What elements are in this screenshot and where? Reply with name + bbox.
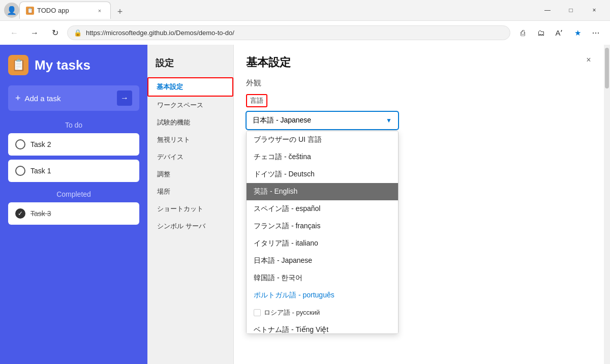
active-tab[interactable]: 📋 TODO app ×	[19, 2, 111, 19]
completed-circle: ✓	[15, 208, 25, 219]
task-label: Task 2	[30, 140, 51, 148]
tab-close-button[interactable]: ×	[95, 6, 104, 15]
settings-page-title: 基本設定	[246, 55, 592, 70]
dropdown-item-it[interactable]: イタリア語 - italiano	[247, 235, 398, 252]
settings-area: 設定 基本設定 ワークスペース 試験的機能 無視リスト デバイス 調整 場所	[147, 45, 610, 364]
restore-button[interactable]: □	[559, 0, 583, 20]
task-circle	[15, 166, 25, 176]
title-bar: 👤 📋 TODO app × + — □ ×	[0, 0, 610, 20]
dropdown-item-pt[interactable]: ポルトガル語 - português	[247, 287, 398, 304]
settings-content: × 基本設定 外観 言語 日本語 - Japanese ▼ ブラウザーの UI …	[234, 45, 604, 364]
settings-nav-item-symbol[interactable]: シンボル サーバ	[147, 218, 233, 235]
minimize-button[interactable]: —	[536, 0, 559, 20]
favorite-button[interactable]: ★	[569, 25, 586, 41]
tab-title: TODO app	[37, 7, 92, 14]
refresh-button[interactable]: ↻	[47, 25, 63, 41]
dropdown-item-ja[interactable]: 日本語 - Japanese	[247, 252, 398, 269]
language-label: 言語	[246, 94, 267, 107]
dropdown-item-ko[interactable]: 韓国語 - 한국어	[247, 269, 398, 287]
app-header: 📋 My tasks	[8, 55, 139, 75]
tab-favicon: 📋	[26, 7, 34, 15]
add-task-text: Add a task	[25, 94, 113, 103]
back-button[interactable]: ←	[6, 25, 22, 41]
settings-nav-item-adjustment[interactable]: 調整	[147, 166, 233, 183]
completed-section-label: Completed	[8, 190, 139, 198]
tab-bar: 📋 TODO app × +	[19, 2, 536, 19]
task-circle	[15, 139, 25, 149]
settings-nav-item-workspace[interactable]: ワークスペース	[147, 97, 233, 114]
settings-close-button[interactable]: ×	[582, 53, 596, 67]
settings-panel-title: 設定	[147, 53, 233, 77]
dropdown-item-cs[interactable]: チェコ語 - čeština	[247, 148, 398, 166]
task-item-task1[interactable]: Task 1	[8, 160, 139, 182]
language-dropdown[interactable]: 日本語 - Japanese ▼ ブラウザーの UI 言語 チェコ語 - češ…	[246, 111, 399, 130]
lock-icon: 🔒	[74, 29, 82, 37]
settings-nav-item-experimental[interactable]: 試験的機能	[147, 114, 233, 131]
selected-language-text: 日本語 - Japanese	[253, 116, 311, 125]
new-tab-button[interactable]: +	[113, 5, 127, 19]
add-task-plus-icon: +	[15, 93, 21, 104]
window-controls: — □ ×	[536, 0, 606, 20]
settings-nav-item-ignore[interactable]: 無視リスト	[147, 131, 233, 148]
dropdown-list: ブラウザーの UI 言語 チェコ語 - čeština ドイツ語 - Deuts…	[246, 131, 399, 334]
url-bar[interactable]: 🔒 https://microsoftedge.github.io/Demos/…	[67, 25, 510, 40]
task-item-task2[interactable]: Task 2	[8, 133, 139, 156]
address-bar: ← → ↻ 🔒 https://microsoftedge.github.io/…	[0, 20, 610, 45]
close-button[interactable]: ×	[583, 0, 606, 20]
url-text: https://microsoftedge.github.io/Demos/de…	[86, 29, 504, 37]
settings-nav: 設定 基本設定 ワークスペース 試験的機能 無視リスト デバイス 調整 場所	[147, 45, 234, 364]
forward-button[interactable]: →	[26, 25, 43, 41]
settings-scrollbar[interactable]	[604, 45, 610, 364]
dropdown-selected[interactable]: 日本語 - Japanese ▼	[246, 111, 399, 130]
dropdown-item-ru[interactable]: ロシア語 - русский	[247, 304, 398, 321]
dropdown-item-en[interactable]: 英語 - English	[247, 183, 398, 200]
settings-nav-item-location[interactable]: 場所	[147, 183, 233, 200]
app-title: My tasks	[35, 57, 90, 73]
scrollbar-thumb[interactable]	[605, 48, 609, 88]
settings-nav-item-device[interactable]: デバイス	[147, 148, 233, 166]
add-task-arrow[interactable]: →	[117, 90, 132, 106]
more-button[interactable]: ···	[588, 25, 604, 41]
app-icon: 📋	[8, 55, 28, 75]
settings-nav-item-shortcuts[interactable]: ショートカット	[147, 200, 233, 218]
reader-button[interactable]: Aʼ	[551, 25, 567, 41]
main-content: 📋 My tasks + Add a task → To do Task 2 T…	[0, 45, 610, 364]
browser-chrome: 👤 📋 TODO app × + — □ × ← → ↻ 🔒 https://m…	[0, 0, 610, 45]
dropdown-item-vi[interactable]: ベトナム語 - Tiếng Việt	[247, 321, 398, 334]
task-label: Task 3	[30, 209, 51, 218]
dropdown-item-de[interactable]: ドイツ語 - Deutsch	[247, 166, 398, 183]
dropdown-item-es[interactable]: スペイン語 - español	[247, 200, 398, 218]
share-button[interactable]: ⎙	[514, 25, 531, 41]
dropdown-item-browser-ui[interactable]: ブラウザーの UI 言語	[247, 131, 398, 148]
task-label: Task 1	[30, 167, 51, 175]
todo-sidebar: 📋 My tasks + Add a task → To do Task 2 T…	[0, 45, 147, 364]
dropdown-arrow-icon: ▼	[386, 117, 392, 124]
dropdown-item-fr[interactable]: フランス語 - français	[247, 218, 398, 235]
add-task-bar[interactable]: + Add a task →	[8, 85, 139, 111]
profile-icon[interactable]: 👤	[4, 3, 19, 18]
todo-section-label: To do	[8, 121, 139, 129]
collections-button[interactable]: 🗂	[533, 25, 549, 41]
toolbar-actions: ⎙ 🗂 Aʼ ★ ···	[514, 25, 604, 41]
appearance-label: 外観	[246, 78, 592, 88]
settings-nav-item-basic[interactable]: 基本設定	[147, 77, 233, 97]
task-item-task3[interactable]: ✓ Task 3	[8, 202, 139, 225]
